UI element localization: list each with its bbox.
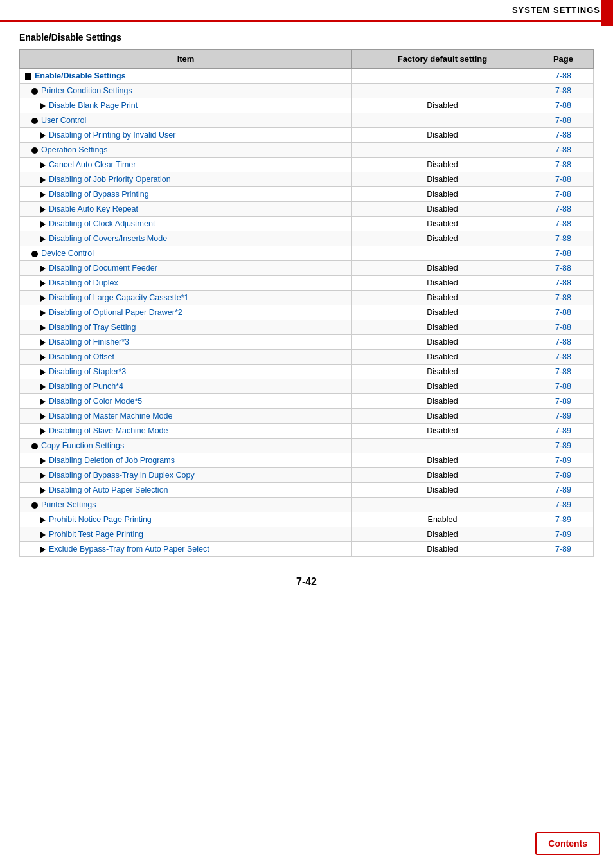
default-value: Disabled bbox=[352, 379, 533, 394]
item-label: Disabling of Printing by Invalid User bbox=[25, 131, 175, 140]
default-value: Disabled bbox=[352, 350, 533, 365]
bullet-arrow-icon bbox=[40, 325, 46, 331]
default-value: Disabled bbox=[352, 128, 533, 143]
page-link[interactable]: 7-88 bbox=[533, 172, 593, 187]
bullet-arrow-icon bbox=[40, 517, 46, 523]
bullet-arrow-icon bbox=[40, 132, 46, 139]
bullet-arrow-icon bbox=[40, 162, 46, 168]
default-value: Disabled bbox=[352, 320, 533, 335]
default-value: Disabled bbox=[352, 394, 533, 409]
page-link[interactable]: 7-88 bbox=[533, 231, 593, 246]
page-link[interactable]: 7-88 bbox=[533, 365, 593, 379]
page-link[interactable]: 7-88 bbox=[533, 187, 593, 202]
page-link[interactable]: 7-89 bbox=[533, 409, 593, 424]
table-row: Disabling of Stapler*3Disabled7-88 bbox=[20, 365, 594, 379]
default-value: Disabled bbox=[352, 202, 533, 217]
item-label: Disable Blank Page Print bbox=[25, 101, 138, 110]
contents-button[interactable]: Contents bbox=[535, 832, 600, 855]
bullet-arrow-icon bbox=[40, 192, 46, 198]
table-row: Disabling Deletion of Job ProgramsDisabl… bbox=[20, 453, 594, 468]
table-row: Disabling of Punch*4Disabled7-88 bbox=[20, 379, 594, 394]
page-link[interactable]: 7-89 bbox=[533, 424, 593, 439]
default-value: Disabled bbox=[352, 98, 533, 113]
page-link[interactable]: 7-88 bbox=[533, 276, 593, 291]
table-header-row: Item Factory default setting Page bbox=[20, 50, 594, 69]
page-link[interactable]: 7-88 bbox=[533, 98, 593, 113]
default-value bbox=[352, 246, 533, 261]
page-link[interactable]: 7-88 bbox=[533, 202, 593, 217]
page-link[interactable]: 7-88 bbox=[533, 320, 593, 335]
page-link[interactable]: 7-89 bbox=[533, 439, 593, 453]
table-row: Printer Condition Settings7-88 bbox=[20, 84, 594, 98]
header-accent-bar bbox=[601, 0, 613, 26]
item-label: Disabling of Master Machine Mode bbox=[25, 411, 172, 420]
table-row: Disabling of DuplexDisabled7-88 bbox=[20, 276, 594, 291]
bullet-arrow-icon bbox=[40, 547, 46, 553]
default-value: Disabled bbox=[352, 335, 533, 350]
page-link[interactable]: 7-88 bbox=[533, 305, 593, 320]
page-link[interactable]: 7-88 bbox=[533, 246, 593, 261]
table-row: Printer Settings7-89 bbox=[20, 498, 594, 512]
section-title: Enable/Disable Settings bbox=[19, 32, 594, 42]
page-link[interactable]: 7-88 bbox=[533, 84, 593, 98]
table-row: Disabling of OffsetDisabled7-88 bbox=[20, 350, 594, 365]
page-link[interactable]: 7-88 bbox=[533, 69, 593, 84]
page-link[interactable]: 7-88 bbox=[533, 113, 593, 128]
page-link[interactable]: 7-89 bbox=[533, 483, 593, 498]
header-title: SYSTEM SETTINGS bbox=[512, 5, 600, 15]
page-link[interactable]: 7-89 bbox=[533, 498, 593, 512]
page-link[interactable]: 7-88 bbox=[533, 335, 593, 350]
bullet-arrow-icon bbox=[40, 369, 46, 375]
page-link[interactable]: 7-89 bbox=[533, 542, 593, 557]
col-header-item: Item bbox=[20, 50, 352, 69]
default-value bbox=[352, 113, 533, 128]
page-link[interactable]: 7-89 bbox=[533, 394, 593, 409]
table-row: Disabling of Bypass PrintingDisabled7-88 bbox=[20, 187, 594, 202]
table-row: Disabling of Optional Paper Drawer*2Disa… bbox=[20, 305, 594, 320]
page-link[interactable]: 7-89 bbox=[533, 453, 593, 468]
bullet-circle-icon bbox=[31, 118, 38, 124]
table-row: Disabling of Document FeederDisabled7-88 bbox=[20, 261, 594, 276]
default-value: Disabled bbox=[352, 527, 533, 542]
item-label: Disabling Deletion of Job Programs bbox=[25, 456, 175, 465]
bullet-arrow-icon bbox=[40, 177, 46, 183]
item-label: Disabling of Finisher*3 bbox=[25, 338, 129, 347]
table-row: Disabling of Covers/Inserts ModeDisabled… bbox=[20, 231, 594, 246]
default-value bbox=[352, 439, 533, 453]
item-label: Disabling of Duplex bbox=[25, 278, 118, 287]
page-link[interactable]: 7-88 bbox=[533, 158, 593, 172]
default-value: Disabled bbox=[352, 187, 533, 202]
page-link[interactable]: 7-88 bbox=[533, 143, 593, 158]
default-value: Disabled bbox=[352, 276, 533, 291]
item-label: Enable/Disable Settings bbox=[25, 71, 126, 80]
page-link[interactable]: 7-89 bbox=[533, 512, 593, 527]
item-label: Disabling of Bypass-Tray in Duplex Copy bbox=[25, 471, 195, 480]
table-row: Enable/Disable Settings7-88 bbox=[20, 69, 594, 84]
table-row: Disabling of Finisher*3Disabled7-88 bbox=[20, 335, 594, 350]
default-value: Disabled bbox=[352, 291, 533, 305]
default-value: Disabled bbox=[352, 365, 533, 379]
page-link[interactable]: 7-89 bbox=[533, 468, 593, 483]
page-link[interactable]: 7-88 bbox=[533, 291, 593, 305]
item-label: Copy Function Settings bbox=[25, 441, 124, 450]
page-link[interactable]: 7-88 bbox=[533, 128, 593, 143]
page-link[interactable]: 7-89 bbox=[533, 527, 593, 542]
bullet-square-icon bbox=[25, 73, 31, 80]
bullet-circle-icon bbox=[31, 147, 38, 154]
table-row: Disabling of Large Capacity Cassette*1Di… bbox=[20, 291, 594, 305]
bullet-arrow-icon bbox=[40, 236, 46, 242]
default-value: Disabled bbox=[352, 231, 533, 246]
page-link[interactable]: 7-88 bbox=[533, 379, 593, 394]
table-row: Disabling of Color Mode*5Disabled7-89 bbox=[20, 394, 594, 409]
col-header-page: Page bbox=[533, 50, 593, 69]
page-link[interactable]: 7-88 bbox=[533, 261, 593, 276]
default-value bbox=[352, 143, 533, 158]
bullet-arrow-icon bbox=[40, 103, 46, 109]
page-link[interactable]: 7-88 bbox=[533, 350, 593, 365]
bullet-circle-icon bbox=[31, 88, 38, 95]
page-content: Enable/Disable Settings Item Factory def… bbox=[0, 0, 613, 626]
page-link[interactable]: 7-88 bbox=[533, 217, 593, 231]
table-row: Disable Blank Page PrintDisabled7-88 bbox=[20, 98, 594, 113]
table-row: Disabling of Slave Machine ModeDisabled7… bbox=[20, 424, 594, 439]
default-value: Disabled bbox=[352, 158, 533, 172]
